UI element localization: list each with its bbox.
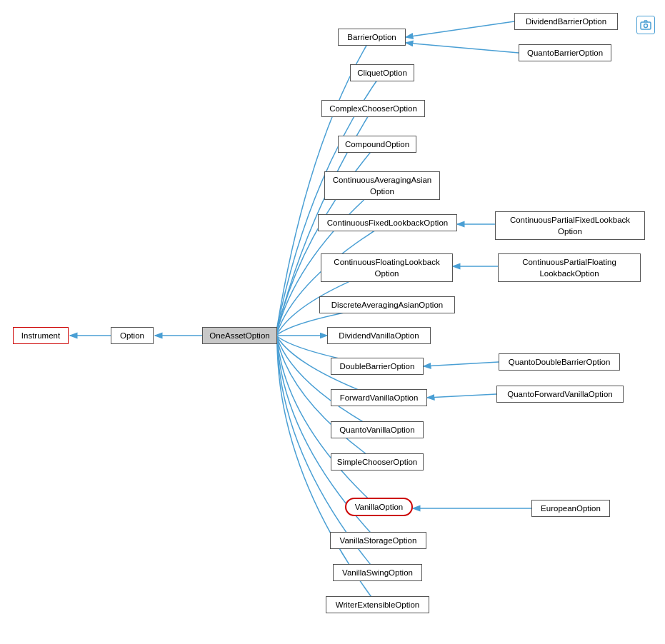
node-writer-extensible-option[interactable]: WriterExtensibleOption xyxy=(326,596,429,613)
camera-icon[interactable] xyxy=(636,16,655,34)
node-dividend-vanilla-option[interactable]: DividendVanillaOption xyxy=(327,327,431,344)
node-european-option[interactable]: EuropeanOption xyxy=(531,500,610,517)
node-continuous-fixed-lookback-option[interactable]: ContinuousFixedLookbackOption xyxy=(318,214,457,231)
node-vanilla-option[interactable]: VanillaOption xyxy=(345,498,413,516)
node-cliquet-option[interactable]: CliquetOption xyxy=(350,64,414,81)
node-forward-vanilla-option[interactable]: ForwardVanillaOption xyxy=(331,389,427,406)
node-double-barrier-option[interactable]: DoubleBarrierOption xyxy=(331,358,424,375)
node-quanto-forward-vanilla-option[interactable]: QuantoForwardVanillaOption xyxy=(496,386,624,403)
node-continuous-averaging-asian-option[interactable]: ContinuousAveragingAsianOption xyxy=(324,171,440,200)
svg-line-7 xyxy=(424,362,499,366)
svg-line-3 xyxy=(406,21,514,37)
node-quanto-barrier-option[interactable]: QuantoBarrierOption xyxy=(519,44,611,61)
node-vanilla-storage-option[interactable]: VanillaStorageOption xyxy=(330,532,426,549)
node-continuous-partial-fixed-lookback-option[interactable]: ContinuousPartialFixedLookbackOption xyxy=(495,211,645,240)
node-complex-chooser-option[interactable]: ComplexChooserOption xyxy=(321,100,425,117)
node-continuous-partial-floating-lookback-option[interactable]: ContinuousPartialFloatingLookbackOption xyxy=(498,253,641,282)
node-instrument[interactable]: Instrument xyxy=(13,327,69,344)
node-simple-chooser-option[interactable]: SimpleChooserOption xyxy=(331,453,424,471)
node-quanto-double-barrier-option[interactable]: QuantoDoubleBarrierOption xyxy=(499,353,620,371)
svg-rect-10 xyxy=(641,22,651,29)
diagram: Instrument Option OneAssetOption Barrier… xyxy=(0,0,665,644)
node-discrete-averaging-asian-option[interactable]: DiscreteAveragingAsianOption xyxy=(319,296,455,313)
node-option[interactable]: Option xyxy=(111,327,154,344)
node-one-asset-option[interactable]: OneAssetOption xyxy=(202,327,277,344)
svg-point-11 xyxy=(644,24,648,28)
node-vanilla-swing-option[interactable]: VanillaSwingOption xyxy=(333,564,422,581)
node-quanto-vanilla-option[interactable]: QuantoVanillaOption xyxy=(331,421,424,438)
node-dividend-barrier-option[interactable]: DividendBarrierOption xyxy=(514,13,618,30)
svg-line-4 xyxy=(406,43,519,53)
svg-line-8 xyxy=(427,394,496,398)
node-barrier-option[interactable]: BarrierOption xyxy=(338,29,406,46)
node-continuous-floating-lookback-option[interactable]: ContinuousFloatingLookbackOption xyxy=(321,253,453,282)
node-compound-option[interactable]: CompoundOption xyxy=(338,136,416,153)
